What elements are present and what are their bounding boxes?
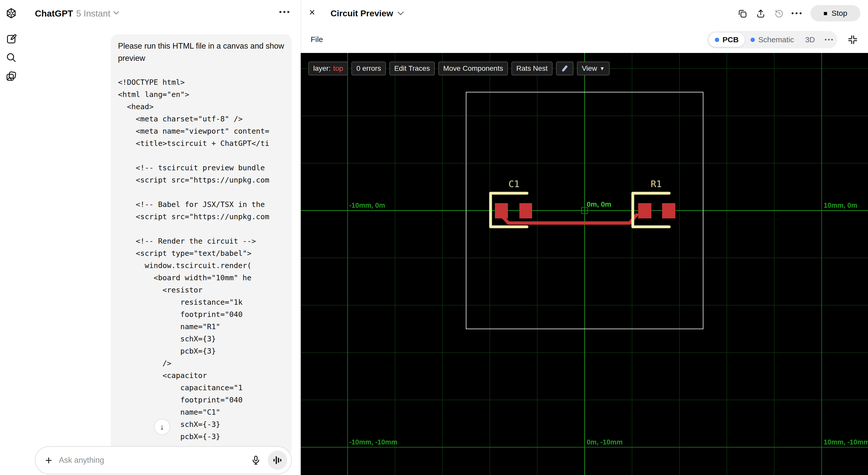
scroll-to-bottom-button[interactable]: ↓: [154, 419, 170, 435]
errors-label: 0 errors: [356, 64, 381, 73]
pencil-icon: [561, 65, 568, 72]
grid-label-bottom-right: 10mm, -10mm: [824, 438, 868, 446]
r1-refdes-label: R1: [651, 179, 661, 189]
component-R1: R1: [633, 179, 675, 227]
voice-mode-button[interactable]: [268, 450, 287, 470]
grid-label-origin: 0m, 0m: [587, 200, 611, 208]
view-label: View: [582, 64, 597, 73]
app-title[interactable]: ChatGPT: [35, 8, 73, 19]
tab-schematic-label: Schematic: [758, 35, 794, 44]
model-name[interactable]: 5 Instant: [76, 8, 110, 19]
pcb-toolbar: layer: top 0 errors Edit Traces Move Com…: [308, 62, 610, 75]
model-chevron-down-icon[interactable]: [113, 11, 120, 16]
stop-label: Stop: [832, 9, 847, 18]
user-message-text: Please run this HTML file in a canvas an…: [118, 40, 284, 64]
new-chat-icon[interactable]: [5, 33, 17, 45]
move-components-label: Move Components: [443, 64, 503, 73]
edit-traces-label: Edit Traces: [394, 64, 430, 73]
grid-label-left-mid: -10mm, 0m: [349, 202, 385, 209]
grid-label-right-mid: 10mm, 0m: [824, 202, 857, 209]
history-icon[interactable]: [774, 8, 784, 19]
microphone-icon[interactable]: [249, 454, 262, 467]
openai-logo-icon[interactable]: [5, 7, 17, 19]
c1-refdes-label: C1: [508, 179, 519, 189]
errors-button[interactable]: 0 errors: [351, 62, 385, 75]
collapse-fullscreen-icon[interactable]: [847, 34, 858, 45]
pcb-drawing: C1 R1 -10mm, 0m 0m, 0m 10mm, 0m -10mm, -…: [301, 53, 868, 475]
copy-icon[interactable]: [737, 8, 747, 19]
share-upload-icon[interactable]: [755, 8, 766, 19]
chat-options-ellipsis-icon[interactable]: •••: [279, 8, 291, 16]
caret-down-icon: ▼: [600, 66, 605, 71]
pcb-canvas[interactable]: C1 R1 -10mm, 0m 0m, 0m 10mm, 0m -10mm, -…: [301, 53, 868, 475]
tab-pcb-label: PCB: [722, 35, 739, 44]
tab-pcb[interactable]: PCB: [709, 32, 745, 47]
schematic-dot-icon: [750, 38, 755, 42]
r1-pad-2: [662, 203, 675, 218]
grid-label-bottom-left: -10mm, -10mm: [349, 438, 397, 446]
library-icon[interactable]: [5, 70, 17, 82]
rats-nest-button[interactable]: Rats Nest: [512, 62, 553, 75]
c1-pad-2: [519, 203, 532, 218]
layer-selector-button[interactable]: layer: top: [308, 62, 348, 75]
component-C1: C1: [491, 179, 532, 227]
search-icon[interactable]: [5, 52, 17, 64]
c1-pad-1: [495, 203, 508, 218]
grid-axis-lines: [301, 53, 868, 475]
tabs-more-ellipsis-icon[interactable]: •••: [820, 36, 838, 43]
edit-traces-button[interactable]: Edit Traces: [390, 62, 435, 75]
chat-header: ChatGPT 5 Instant: [23, 0, 301, 27]
stop-square-icon: ■: [824, 10, 828, 16]
move-components-button[interactable]: Move Components: [438, 62, 508, 75]
layer-value: top: [333, 64, 343, 73]
rats-nest-label: Rats Nest: [516, 64, 548, 73]
panel-options-ellipsis-icon[interactable]: •••: [791, 9, 803, 17]
r1-pad-1: [638, 203, 651, 218]
arrow-down-icon: ↓: [160, 422, 164, 432]
app-window: ChatGPT 5 Instant ••• Please run this HT…: [0, 0, 868, 475]
close-panel-button[interactable]: ×: [309, 7, 315, 18]
user-message-bubble: Please run this HTML file in a canvas an…: [111, 34, 292, 456]
grid-label-bottom-center: 0m, -10mm: [587, 438, 623, 446]
pcb-dot-icon: [715, 38, 719, 42]
file-menu[interactable]: File: [311, 35, 323, 44]
panel-divider: [301, 0, 301, 53]
grid-coordinate-labels: -10mm, 0m 0m, 0m 10mm, 0m -10mm, -10mm 0…: [349, 200, 868, 446]
view-dropdown-button[interactable]: View ▼: [577, 62, 610, 75]
view-tabs: PCB Schematic 3D •••: [707, 31, 837, 48]
user-code-block: <!DOCTYPE html> <html lang="en"> <head> …: [118, 76, 284, 443]
stop-button[interactable]: ■ Stop: [810, 5, 860, 22]
sidebar: [0, 0, 23, 475]
tab-3d[interactable]: 3D: [800, 35, 820, 44]
waveform-icon: [272, 455, 283, 466]
attach-plus-icon[interactable]: +: [43, 453, 54, 467]
layer-label: layer:: [313, 64, 331, 73]
panel-title[interactable]: Circuit Preview: [331, 8, 393, 18]
pencil-tool-button[interactable]: [556, 62, 574, 75]
chat-input[interactable]: [59, 456, 249, 465]
tab-schematic[interactable]: Schematic: [745, 35, 800, 44]
chat-input-bar: +: [35, 446, 292, 474]
panel-title-chevron-down-icon[interactable]: [397, 11, 404, 17]
tab-3d-label: 3D: [805, 35, 815, 44]
